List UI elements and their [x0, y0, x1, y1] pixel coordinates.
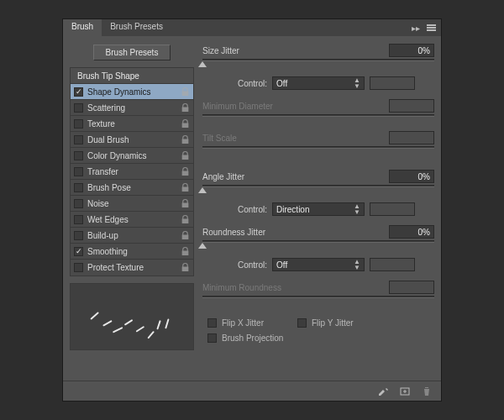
option-scattering[interactable]: Scattering	[71, 100, 193, 116]
new-preset-icon[interactable]	[399, 386, 411, 397]
min-diameter-slider[interactable]	[202, 113, 434, 125]
brush-tip-shape-row[interactable]: Brush Tip Shape	[71, 68, 193, 84]
svg-line-5	[149, 332, 154, 338]
control1-select[interactable]: Off▲▼	[272, 76, 365, 90]
checkbox-scattering[interactable]	[74, 103, 83, 113]
angle-jitter-slider[interactable]	[202, 184, 434, 196]
control3-label: Control:	[238, 260, 267, 270]
checkbox-transfer[interactable]	[74, 167, 83, 176]
tab-brush[interactable]: Brush	[63, 19, 102, 36]
option-texture[interactable]: Texture	[71, 116, 193, 132]
checkbox-texture[interactable]	[74, 119, 83, 129]
lock-icon[interactable]	[181, 199, 190, 208]
size-jitter-label: Size Jitter	[202, 46, 384, 55]
control3-aux-input[interactable]	[370, 258, 415, 271]
checkbox-protect-texture[interactable]	[74, 263, 83, 272]
tilt-scale-input[interactable]	[389, 131, 434, 144]
settings-column: Size Jitter Control: Off▲▼ Minimum Diame…	[202, 43, 434, 374]
lock-icon[interactable]	[181, 183, 190, 192]
option-shape-dynamics[interactable]: Shape Dynamics	[71, 84, 193, 100]
flip-x-label: Flip X Jitter	[222, 318, 264, 328]
option-build-up[interactable]: Build-up	[71, 228, 193, 244]
control2-label: Control:	[238, 205, 267, 214]
option-noise[interactable]: Noise	[71, 196, 193, 212]
lock-icon[interactable]	[181, 263, 190, 272]
brush-panel: Brush Brush Presets ▸▸ Brush Presets Bru…	[62, 18, 442, 402]
size-jitter-input[interactable]	[389, 44, 434, 57]
min-diameter-input[interactable]	[389, 99, 434, 113]
brush-options-list: Brush Tip Shape Shape Dynamics Scatterin…	[70, 67, 194, 276]
lock-icon[interactable]	[181, 151, 190, 160]
flip-y-label: Flip Y Jitter	[312, 318, 354, 328]
option-protect-texture[interactable]: Protect Texture	[71, 260, 193, 276]
panel-menu-icon[interactable]	[427, 24, 436, 31]
tilt-scale-slider[interactable]	[202, 145, 434, 157]
min-roundness-label: Minimum Roundness	[202, 283, 384, 292]
checkbox-brush-projection[interactable]	[207, 333, 217, 343]
lock-icon[interactable]	[181, 87, 190, 97]
brush-presets-button[interactable]: Brush Presets	[93, 45, 171, 60]
option-smoothing[interactable]: Smoothing	[71, 244, 193, 260]
checkbox-dual-brush[interactable]	[74, 135, 83, 144]
svg-line-0	[92, 313, 98, 319]
control1-aux-input[interactable]	[370, 76, 415, 90]
left-column: Brush Presets Brush Tip Shape Shape Dyna…	[70, 43, 194, 374]
svg-line-2	[113, 328, 122, 332]
tilt-scale-label: Tilt Scale	[202, 134, 384, 143]
lock-icon[interactable]	[181, 231, 190, 240]
option-transfer[interactable]: Transfer	[71, 164, 193, 180]
trash-icon[interactable]	[421, 386, 433, 397]
panel-footer	[63, 381, 441, 401]
lock-icon[interactable]	[181, 119, 190, 129]
min-diameter-label: Minimum Diameter	[202, 102, 384, 111]
angle-jitter-input[interactable]	[389, 170, 434, 183]
toggle-brush-icon[interactable]	[377, 386, 389, 397]
min-roundness-input[interactable]	[389, 281, 434, 294]
tab-bar: Brush Brush Presets ▸▸	[63, 19, 441, 36]
size-jitter-slider[interactable]	[202, 58, 434, 70]
checkbox-brush-pose[interactable]	[74, 183, 83, 192]
svg-line-3	[125, 320, 132, 324]
min-roundness-slider[interactable]	[202, 295, 434, 307]
collapse-icon[interactable]: ▸▸	[412, 24, 420, 33]
roundness-jitter-label: Roundness Jitter	[202, 228, 384, 237]
option-dual-brush[interactable]: Dual Brush	[71, 132, 193, 148]
checkbox-flip-y[interactable]	[297, 318, 307, 328]
lock-icon[interactable]	[181, 247, 190, 256]
lock-icon[interactable]	[181, 215, 190, 224]
option-color-dynamics[interactable]: Color Dynamics	[71, 148, 193, 164]
control1-label: Control:	[238, 79, 267, 88]
option-wet-edges[interactable]: Wet Edges	[71, 212, 193, 228]
checkbox-color-dynamics[interactable]	[74, 151, 83, 160]
checkbox-shape-dynamics[interactable]	[74, 87, 83, 97]
checkbox-flip-x[interactable]	[207, 318, 217, 328]
brush-preview	[70, 283, 194, 350]
tab-brush-presets[interactable]: Brush Presets	[102, 19, 171, 36]
roundness-jitter-slider[interactable]	[202, 239, 434, 251]
checkbox-smoothing[interactable]	[74, 247, 83, 256]
control3-select[interactable]: Off▲▼	[272, 258, 365, 271]
svg-line-1	[103, 321, 111, 325]
lock-icon[interactable]	[181, 167, 190, 176]
checkbox-wet-edges[interactable]	[74, 215, 83, 224]
brush-projection-label: Brush Projection	[222, 333, 283, 343]
svg-line-4	[137, 327, 144, 331]
svg-line-6	[158, 321, 160, 328]
angle-jitter-label: Angle Jitter	[202, 172, 384, 181]
checkbox-noise[interactable]	[74, 199, 83, 208]
svg-line-7	[165, 319, 168, 328]
option-brush-pose[interactable]: Brush Pose	[71, 180, 193, 196]
lock-icon[interactable]	[181, 135, 190, 144]
control2-select[interactable]: Direction▲▼	[272, 202, 365, 216]
roundness-jitter-input[interactable]	[389, 225, 434, 239]
lock-icon[interactable]	[181, 103, 190, 113]
checkbox-build-up[interactable]	[74, 231, 83, 240]
control2-aux-input[interactable]	[370, 202, 415, 216]
